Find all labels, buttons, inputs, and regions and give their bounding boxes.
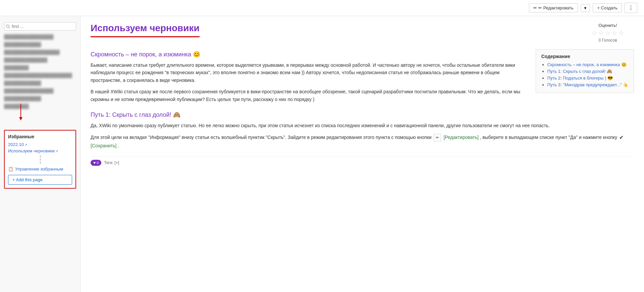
section2-heading: Путь 1: Скрыть с глаз долой! 🙈 <box>91 111 634 118</box>
manage-icon: 📋 <box>8 166 13 172</box>
nav-item-blurred-9: ████████████ <box>0 95 80 102</box>
nav-item-blurred-8: ████████████████ <box>0 87 80 94</box>
section2-middle-text: , выберите в выпадающем списке пункт "Да… <box>480 135 618 140</box>
search-box[interactable] <box>4 22 76 31</box>
edit-label: ✏ Редактировать <box>538 5 573 10</box>
edit-inline-link[interactable]: [Редактировать] <box>443 135 479 140</box>
section2-end-text: . <box>118 143 119 148</box>
section2-para1: Да, XWiki по умолчанию сразу публикует с… <box>91 122 634 129</box>
toc-item-1: Скромность – не порок, а изюминка 😊 <box>547 62 628 67</box>
stars-container[interactable]: ☆ ☆ ☆ ☆ ☆ <box>592 29 624 37</box>
favorites-link-2[interactable]: Используем черновики↗ <box>8 148 72 153</box>
tags-label[interactable]: Теги: [+] <box>104 160 119 165</box>
more-icon: ⋮ <box>628 5 634 11</box>
nav-items: ████████████████ ████████████ ██████████… <box>0 33 80 110</box>
main-layout: ████████████████ ████████████ ██████████… <box>0 16 644 292</box>
edit-icon: ✏ <box>533 5 537 10</box>
star-4[interactable]: ☆ <box>612 29 617 37</box>
tags-area: ♥ 0 Теги: [+] <box>91 156 634 166</box>
toc-item-2: Путь 1: Скрыть с глаз долой! 🙈 <box>547 68 628 74</box>
nav-item-blurred-1: ████████████████ <box>0 33 80 40</box>
edit-dropdown-button[interactable]: ▼ <box>581 4 590 12</box>
favorites-title: Избранные <box>8 134 72 139</box>
nav-item-blurred-5: ████████ <box>0 64 80 71</box>
star-3[interactable]: ☆ <box>605 29 610 37</box>
star-5[interactable]: ☆ <box>619 29 624 37</box>
likes-badge[interactable]: ♥ 0 <box>91 160 101 166</box>
external-icon-2: ↗ <box>55 149 58 153</box>
dashed-line <box>40 155 41 164</box>
favorites-box: Избранные 2022.10↗ Используем черновики↗… <box>4 130 76 189</box>
external-icon-1: ↗ <box>24 143 27 147</box>
toc-item-3: Путь 2: Податься в блогеры ) 😎 <box>547 75 628 81</box>
toc-link-3[interactable]: Путь 2: Податься в блогеры ) 😎 <box>547 76 613 81</box>
rating-section: Оценить! ☆ ☆ ☆ ☆ ☆ 0 Голосов <box>592 23 624 43</box>
add-page-label: + Add this page <box>12 177 43 182</box>
toc-link-1[interactable]: Скромность – не порок, а изюминка 😊 <box>547 62 627 67</box>
star-1[interactable]: ☆ <box>592 29 597 37</box>
star-2[interactable]: ☆ <box>598 29 604 37</box>
rating-label: Оценить! <box>592 23 624 28</box>
header-actions: ✏ ✏ Редактировать ▼ + Создать ⋮ <box>529 3 637 13</box>
favorites-link-1[interactable]: 2022.10↗ <box>8 142 72 147</box>
page-header-row: Используем черновики Оценить! ☆ ☆ ☆ ☆ ☆ … <box>91 23 634 43</box>
section2-before-text: Для этой цели на вкладке "Информация" вн… <box>91 135 432 140</box>
nav-item-blurred-2: ████████████ <box>0 41 80 48</box>
toc-link-2[interactable]: Путь 1: Скрыть с глаз долой! 🙈 <box>547 69 612 74</box>
toc-title: Содержание <box>541 54 628 59</box>
svg-marker-1 <box>19 117 22 120</box>
red-arrow-svg <box>17 104 51 120</box>
edit-button[interactable]: ✏ ✏ Редактировать <box>529 3 578 12</box>
nav-item-blurred-6: ██████████████████████ <box>0 72 80 79</box>
more-options-button[interactable]: ⋮ <box>625 3 637 13</box>
nav-item-blurred-3: ██████████████████ <box>0 49 80 56</box>
toc-box: Содержание Скромность – не порок, а изюм… <box>536 49 634 93</box>
create-label: + Создать <box>597 5 618 10</box>
manage-favorites-label: Управление избранным <box>15 166 63 172</box>
nav-item-blurred-7: ████████████ <box>0 80 80 87</box>
search-input[interactable] <box>4 22 76 31</box>
sidebar: ████████████████ ████████████ ██████████… <box>0 16 80 292</box>
add-this-page-button[interactable]: + Add this page <box>8 175 72 185</box>
likes-count: 0 <box>97 161 99 165</box>
check-icon: ✔ <box>619 135 624 140</box>
section2-para2: Для этой цели на вкладке "Информация" вн… <box>91 133 634 149</box>
dashed-connector <box>8 155 72 164</box>
toc-link-4[interactable]: Путь 3: "Минздрав предупреждает..." 👆 <box>547 82 628 87</box>
heart-icon: ♥ <box>93 160 96 165</box>
page-title-section: Используем черновики <box>91 23 592 37</box>
toc-list: Скромность – не порок, а изюминка 😊 Путь… <box>541 62 628 87</box>
inline-edit-icon[interactable]: ✏ <box>434 134 441 141</box>
page-title: Используем черновики <box>91 23 200 37</box>
save-inline-link[interactable]: [Сохранить] <box>91 143 116 148</box>
toc-item-4: Путь 3: "Минздрав предупреждает..." 👆 <box>547 82 628 87</box>
page-header: ✏ ✏ Редактировать ▼ + Создать ⋮ <box>0 0 644 16</box>
content-area: Используем черновики Оценить! ☆ ☆ ☆ ☆ ☆ … <box>80 16 644 292</box>
create-button[interactable]: + Создать <box>593 3 622 12</box>
nav-item-blurred-4: ██████████████ <box>0 56 80 63</box>
manage-favorites-link[interactable]: 📋 Управление избранным <box>8 166 72 172</box>
votes-text: 0 Голосов <box>592 38 624 43</box>
